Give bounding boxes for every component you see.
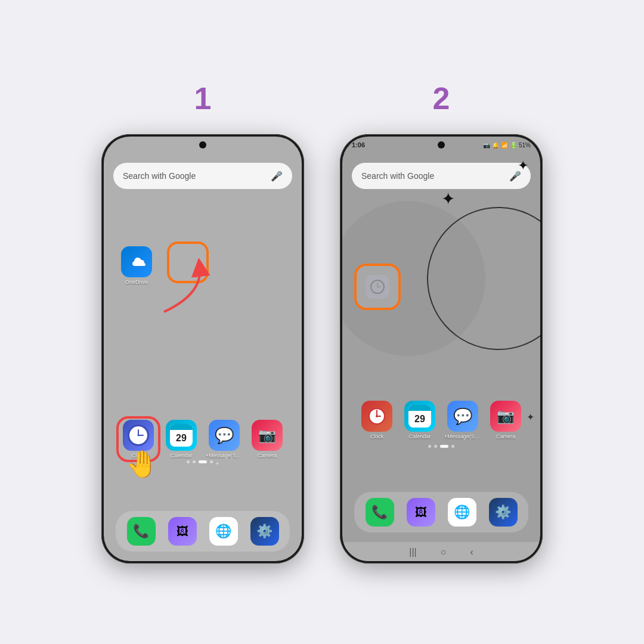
calendar-wrapper-1[interactable]: 29 Calendar [163, 420, 200, 459]
camera-label-1: Camera [258, 453, 277, 459]
calendar-header-2 [408, 405, 431, 411]
dot1-2 [428, 445, 431, 448]
chrome-icon-2[interactable]: 🌐 [448, 498, 476, 527]
camera-notch-1 [199, 141, 206, 148]
settings-icon-2[interactable]: ⚙️ [489, 498, 518, 527]
calendar-face-1: 29 [170, 424, 193, 447]
page-dots-2 [352, 445, 531, 448]
calendar-icon-1[interactable]: 29 [166, 420, 197, 451]
dot1 [187, 460, 190, 463]
phone2: 1:06 📷 🔔 📶 🔋 51% ✦ ✦ ✦ [340, 134, 543, 564]
nav-bar: ||| ○ ‹ [342, 542, 540, 561]
phone1: Search with Google 🎤 [101, 134, 304, 564]
bottom-app-row-1: Clock 🤚 29 [113, 420, 292, 459]
phone-icon-2[interactable]: 📞 [366, 498, 394, 527]
camera-wrapper-2[interactable]: 📷 Camera [487, 401, 524, 439]
message-wrapper-2[interactable]: 💬 +Message(SM... [444, 401, 481, 439]
message-icon-2[interactable]: 💬 [447, 401, 478, 432]
search-bar-1[interactable]: Search with Google 🎤 [113, 163, 292, 189]
phone-emoji-1: 📞 [133, 524, 149, 539]
screen-content-2: ✦ ✦ ✦ Search with Google 🎤 [342, 153, 540, 542]
app-grid-1: OneDrive [113, 199, 292, 506]
calendar-label-1: Calendar [171, 453, 193, 459]
calendar-wrapper-2[interactable]: 29 Calendar [401, 401, 438, 439]
message-emoji: 💬 [215, 426, 234, 445]
dot3-active [199, 460, 207, 463]
camera-wrapper-1[interactable]: 📷 Camera [249, 420, 286, 459]
phone-dock-2[interactable]: 📞 [364, 498, 395, 527]
settings-emoji-1: ⚙️ [256, 524, 273, 539]
chrome-icon-1[interactable]: 🌐 [209, 517, 238, 546]
gallery-icon-1[interactable]: 🖼 [168, 517, 197, 546]
settings-icon-1[interactable]: ⚙️ [250, 517, 279, 546]
message-icon-1[interactable]: 💬 [209, 420, 240, 451]
search-bar-2[interactable]: Search with Google 🎤 [352, 163, 531, 189]
camera-icon-2[interactable]: 📷 [490, 401, 521, 432]
nav-back[interactable]: ‹ [470, 547, 473, 558]
sparkle-top-right: ✦ [518, 158, 528, 174]
step2-number: 2 [433, 80, 450, 116]
clock-wrapper-2[interactable]: Clock [358, 401, 395, 439]
dot-plus: + [216, 460, 219, 467]
settings-dock-1[interactable]: ⚙️ [249, 517, 280, 546]
chrome-emoji-1: 🌐 [215, 524, 231, 539]
calendar-num-1: 29 [176, 430, 187, 447]
battery-pct: 51% [519, 142, 531, 148]
dot2-2 [434, 445, 437, 448]
status-time: 1:06 [352, 141, 365, 148]
phone-emoji-2: 📞 [371, 504, 388, 520]
app-grid-2: Clock 29 Calendar [352, 199, 531, 487]
gallery-emoji-2: 🖼 [415, 506, 427, 519]
status-icons: 📷 🔔 📶 🔋 51% [483, 142, 531, 148]
chrome-dock-1[interactable]: 🌐 [208, 517, 239, 546]
camera-icon-1[interactable]: 📷 [252, 420, 283, 451]
clock-highlighted-wrapper: Clock 🤚 [120, 420, 157, 459]
nav-home[interactable]: ○ [441, 547, 447, 558]
dock-1: 📞 🖼 🌐 [116, 511, 290, 552]
phone-dock-1[interactable]: 📞 [125, 517, 157, 546]
dock-2: 📞 🖼 🌐 [354, 492, 528, 532]
step1-number: 1 [194, 80, 212, 116]
calendar-header-1 [170, 424, 193, 430]
camera-notch-2 [438, 141, 445, 148]
message-wrapper-1[interactable]: 💬 +Message(SM... [206, 420, 243, 459]
step1-container: 1 Search with Google 🎤 [101, 80, 304, 564]
settings-emoji-2: ⚙️ [495, 504, 511, 520]
chrome-emoji-2: 🌐 [454, 504, 470, 520]
settings-dock-2[interactable]: ⚙️ [487, 498, 519, 527]
status-icon-notif: 🔔 [492, 142, 499, 148]
dot3-active-2 [440, 445, 448, 448]
chrome-dock-2[interactable]: 🌐 [446, 498, 478, 527]
battery-icon: 🔋 [510, 142, 517, 148]
gallery-dock-2[interactable]: 🖼 [405, 498, 436, 527]
phone1-screen: Search with Google 🎤 [104, 137, 302, 561]
main-container: 1 Search with Google 🎤 [0, 0, 644, 644]
gallery-icon-2[interactable]: 🖼 [407, 498, 435, 527]
status-icon-img: 📷 [483, 142, 490, 148]
message-emoji-2: 💬 [453, 407, 472, 426]
dot2 [193, 460, 196, 463]
camera-emoji: 📷 [258, 427, 276, 444]
hand-cursor: 🤚 [126, 448, 159, 479]
gallery-dock-1[interactable]: 🖼 [166, 517, 198, 546]
nav-recent[interactable]: ||| [409, 547, 416, 558]
step2-container: 2 1:06 📷 🔔 📶 🔋 51% [340, 80, 543, 564]
search-text-2: Search with Google [361, 171, 504, 181]
calendar-icon-2[interactable]: 29 [404, 401, 435, 432]
bottom-app-row-2: Clock 29 Calendar [352, 401, 531, 439]
screen-content-1: Search with Google 🎤 [104, 153, 302, 561]
mic-icon-1: 🎤 [271, 171, 283, 182]
phone2-screen: 1:06 📷 🔔 📶 🔋 51% ✦ ✦ ✦ [342, 137, 540, 561]
message-label-2: +Message(SM... [444, 434, 481, 439]
search-text-1: Search with Google [123, 171, 266, 181]
clock-icon-2[interactable] [361, 401, 392, 432]
calendar-face-2: 29 [408, 405, 431, 428]
clock-svg [368, 407, 386, 425]
camera-label-2: Camera [496, 434, 515, 439]
clock-label-2: Clock [370, 434, 384, 439]
dot4-2 [451, 445, 454, 448]
calendar-label-2: Calendar [409, 434, 431, 439]
gallery-emoji-1: 🖼 [177, 525, 188, 538]
phone-icon-1[interactable]: 📞 [127, 517, 156, 546]
arrow-svg [131, 258, 227, 318]
